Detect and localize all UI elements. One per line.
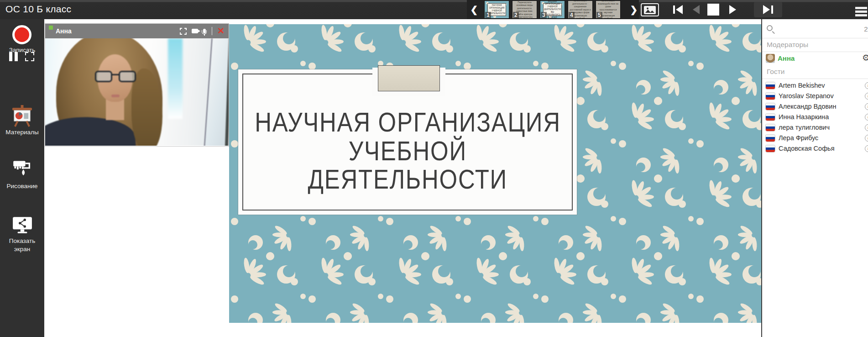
guests-section-header: Гости 7	[762, 65, 868, 79]
guest-name: лера тулиглович	[779, 122, 830, 133]
moderator-row[interactable]: Анна ⚙	[762, 53, 868, 65]
easel-chart-icon	[11, 104, 33, 127]
slide-thumbnail[interactable]: Перечислите основные виды деятельности, …	[512, 1, 537, 18]
participant-search[interactable]: 20	[762, 21, 868, 38]
info-icon[interactable]: i	[865, 103, 868, 110]
thumbnail-number: 4	[569, 12, 575, 18]
russia-flag-icon	[766, 145, 775, 152]
presentation-slide: НАУЧНАЯ ОРГАНИЗАЦИЯ УЧЕБНОЙ ДЕЯТЕЛЬНОСТИ	[229, 24, 761, 323]
stop-button[interactable]	[706, 3, 720, 16]
guest-row[interactable]: Александр Вдовин i	[762, 101, 868, 112]
video-participant-name: Анна	[56, 27, 72, 35]
materials-button[interactable]	[0, 104, 44, 127]
info-icon[interactable]: i	[865, 124, 868, 131]
record-label: Записать	[0, 47, 44, 53]
first-slide-bar-icon	[673, 5, 675, 14]
drawing-button[interactable]	[0, 159, 44, 179]
video-fullscreen-icon[interactable]	[180, 28, 187, 35]
guest-name: Artem Bekishev	[779, 80, 825, 91]
last-slide-triangle-icon	[763, 5, 770, 14]
last-slide-button[interactable]	[754, 2, 782, 17]
paint-roller-icon	[12, 159, 32, 179]
russia-flag-icon	[766, 135, 775, 142]
moderators-section-header: Модераторы 1	[762, 38, 868, 52]
thumbnail-number: 3	[541, 12, 547, 18]
hamburger-icon	[855, 7, 867, 9]
moderator-name: Анна	[778, 54, 795, 62]
guest-row[interactable]: Инна Назаркина i	[762, 112, 868, 122]
fullscreen-icon	[25, 52, 34, 61]
slide-thumbnail-strip: ❮ НАУЧНАЯ ОРГАНИЗАЦИЯ УЧЕБНОЙ ДЕЯТЕЛЬНОС…	[467, 0, 639, 19]
moderators-label: Модераторы	[767, 41, 808, 49]
slide-thumbnail[interactable]: Внутри каких форм организации взаимодейс…	[596, 1, 620, 18]
video-window-titlebar[interactable]: Анна ✕	[45, 24, 229, 38]
video-close-icon[interactable]: ✕	[217, 27, 225, 35]
top-bar: ОС 10 Б класс ❮ НАУЧНАЯ ОРГАНИЗАЦИЯ УЧЕБ…	[0, 0, 868, 19]
thumbnail-number: 1	[485, 12, 491, 18]
guest-row[interactable]: лера тулиглович i	[762, 122, 868, 133]
last-slide-bar-icon	[771, 5, 773, 14]
slide-title: НАУЧНАЯ ОРГАНИЗАЦИЯ УЧЕБНОЙ ДЕЯТЕЛЬНОСТИ	[238, 69, 577, 215]
record-button[interactable]	[12, 25, 31, 44]
play-icon	[729, 5, 736, 14]
guest-row[interactable]: Yaroslav Stepanov i	[762, 91, 868, 101]
screen-share-icon	[12, 216, 33, 235]
microphone-icon[interactable]	[203, 29, 206, 33]
first-slide-button[interactable]	[670, 3, 685, 16]
webinar-app: ОС 10 Б класс ❮ НАУЧНАЯ ОРГАНИЗАЦИЯ УЧЕБ…	[0, 0, 868, 337]
slide-title-line2: УЧЕБНОЙ	[349, 137, 467, 165]
play-button[interactable]	[727, 3, 737, 16]
thumbnails-scroll-right-button[interactable]: ❯	[629, 1, 639, 18]
webcam-photo	[45, 38, 229, 146]
info-icon[interactable]: i	[865, 135, 868, 142]
room-title: ОС 10 Б класс	[5, 4, 71, 15]
participants-panel: 20 Модераторы 1 Анна ⚙ Гости 7 Artem Bek…	[762, 19, 868, 337]
share-screen-label-line2: экран	[0, 246, 44, 253]
slides-gallery-button[interactable]	[641, 3, 659, 16]
search-icon	[767, 25, 773, 31]
russia-flag-icon	[766, 82, 775, 89]
previous-slide-icon	[693, 5, 700, 14]
previous-slide-button[interactable]	[691, 3, 701, 16]
guest-name: Садовская Софья	[779, 143, 835, 154]
guest-name: Инна Назаркина	[779, 112, 829, 122]
russia-flag-icon	[766, 114, 775, 121]
settings-gear-icon[interactable]: ⚙	[862, 53, 868, 63]
materials-label: Материалы	[0, 129, 44, 136]
guest-row[interactable]: Лера Фрибус i	[762, 133, 868, 143]
thumbnail-number: 5	[596, 12, 602, 18]
guest-row[interactable]: Artem Bekishev i	[762, 80, 868, 91]
info-icon[interactable]: i	[865, 82, 868, 89]
pause-recording-button[interactable]	[9, 52, 18, 61]
video-window: Анна ✕	[45, 24, 229, 146]
russia-flag-icon	[766, 124, 775, 131]
info-icon[interactable]: i	[865, 93, 868, 100]
info-icon[interactable]: i	[865, 114, 868, 121]
guest-name: Лера Фрибус	[779, 133, 818, 143]
russia-flag-icon	[766, 93, 775, 100]
menu-button[interactable]	[855, 7, 867, 18]
presence-dot-icon	[49, 26, 53, 30]
picture-icon	[644, 6, 656, 14]
first-slide-triangle-icon	[676, 5, 683, 14]
titlebar-divider	[212, 27, 212, 35]
guests-label: Гости	[767, 68, 784, 76]
left-toolbar: Записать Материалы	[0, 19, 44, 337]
thumbnail-number: 2	[513, 12, 519, 18]
moderator-avatar	[766, 54, 775, 63]
pause-icon	[9, 52, 12, 61]
slide-title-line1: НАУЧНАЯ ОРГАНИЗАЦИЯ	[255, 108, 561, 137]
russia-flag-icon	[766, 103, 775, 110]
guest-name: Yaroslav Stepanov	[779, 91, 834, 101]
slide-thumbnail[interactable]: НАУЧНАЯ ОРГАНИЗАЦИЯ УЧЕБНОЙ ДЕЯТЕЛЬНОСТИ…	[485, 1, 509, 18]
drawing-label: Рисование	[0, 183, 44, 190]
info-icon[interactable]: i	[865, 145, 868, 152]
share-screen-button[interactable]	[0, 216, 44, 235]
fullscreen-button[interactable]	[25, 52, 34, 63]
camera-icon[interactable]	[192, 29, 198, 33]
slide-thumbnail[interactable]: Научная организация деятельности - соеди…	[568, 1, 592, 18]
guest-row[interactable]: Садовская Софья i	[762, 143, 868, 154]
slide-thumbnail[interactable]: С КАКИМИ ВИДАМИ ОРГАНИЗАЦИИ УЧЕБНОЙ ДЕЯТ…	[540, 1, 565, 18]
thumbnails-scroll-left-button[interactable]: ❮	[467, 1, 481, 18]
slide-title-line3: ДЕЯТЕЛЬНОСТИ	[308, 165, 507, 194]
